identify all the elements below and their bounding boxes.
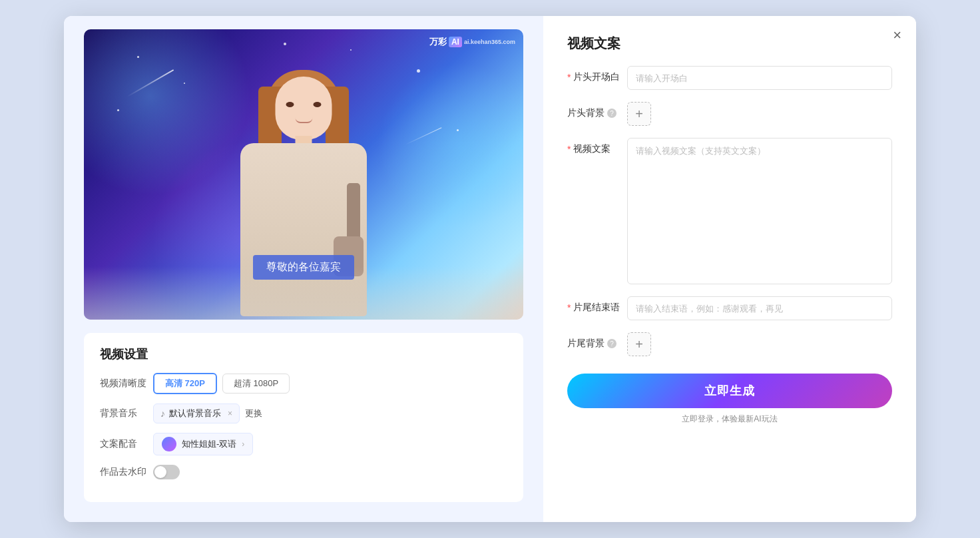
voice-label: 文案配音 xyxy=(100,438,153,450)
header-bg-row: 片头背景 ? + xyxy=(567,102,892,126)
eye-left xyxy=(286,102,294,107)
subtitle-text: 尊敬的各位嘉宾 xyxy=(266,261,341,272)
modal-overlay: 万彩 AI ai.keehan365.com xyxy=(0,0,980,538)
header-bg-add-btn[interactable]: + xyxy=(627,102,651,126)
tail-bg-label-text: 片尾背景 xyxy=(567,338,605,350)
header-bg-label-text: 片头背景 xyxy=(567,107,605,119)
star-7 xyxy=(457,129,459,131)
ending-row: * 片尾结束语 xyxy=(567,296,892,320)
copy-label: * 视频文案 xyxy=(567,138,627,155)
voice-arrow-icon: › xyxy=(242,439,244,449)
ending-input[interactable] xyxy=(627,296,892,320)
settings-title: 视频设置 xyxy=(100,346,507,362)
star-4 xyxy=(117,109,119,111)
music-name: 默认背景音乐 xyxy=(169,407,221,419)
panel-title: 视频文案 xyxy=(567,35,892,53)
tail-bg-row: 片尾背景 ? + xyxy=(567,332,892,356)
music-remove-btn[interactable]: × xyxy=(228,409,232,418)
copy-textarea[interactable] xyxy=(627,138,892,284)
copy-required: * xyxy=(567,144,571,154)
left-panel: 万彩 AI ai.keehan365.com xyxy=(64,16,543,522)
opening-label: * 片头开场白 xyxy=(567,66,627,83)
opening-required: * xyxy=(567,72,571,83)
face xyxy=(276,77,332,140)
opening-label-text: 片头开场白 xyxy=(573,71,620,83)
header-bg-label: 片头背景 ? xyxy=(567,102,627,119)
copy-row: * 视频文案 xyxy=(567,138,892,284)
star-2 xyxy=(184,83,185,84)
watermark-text: 万彩 xyxy=(429,36,447,48)
copy-label-text: 视频文案 xyxy=(573,143,611,155)
video-preview: 万彩 AI ai.keehan365.com xyxy=(84,29,523,320)
voice-select-btn[interactable]: 知性姐姐-双语 › xyxy=(153,433,253,455)
star-6 xyxy=(417,69,420,73)
watermark-ai: AI xyxy=(449,37,462,47)
voice-avatar xyxy=(162,437,176,451)
voice-name: 知性姐姐-双语 xyxy=(182,438,236,450)
header-bg-help-icon[interactable]: ? xyxy=(607,109,616,118)
watermark-toggle-label: 作品去水印 xyxy=(100,466,153,478)
mouth xyxy=(295,118,312,123)
opening-row: * 片头开场白 xyxy=(567,66,892,90)
watermark-sub: ai.keehan365.com xyxy=(464,39,515,45)
close-button[interactable]: × xyxy=(893,28,901,43)
settings-section: 视频设置 视频清晰度 高清 720P 超清 1080P 背景音乐 ♪ 默认背景音… xyxy=(84,333,523,502)
eye-right xyxy=(314,102,322,107)
music-label: 背景音乐 xyxy=(100,407,153,419)
music-change-btn[interactable]: 更换 xyxy=(245,407,262,419)
music-row: 背景音乐 ♪ 默认背景音乐 × 更换 xyxy=(100,404,507,423)
quality-720p[interactable]: 高清 720P xyxy=(153,373,217,394)
quality-row: 视频清晰度 高清 720P 超清 1080P xyxy=(100,373,507,394)
tail-bg-add-btn[interactable]: + xyxy=(627,332,651,356)
tail-bg-help-icon[interactable]: ? xyxy=(607,339,616,348)
music-icon: ♪ xyxy=(160,408,165,419)
toggle-knob xyxy=(154,466,166,478)
cosmic-light-2 xyxy=(377,63,523,229)
quality-label: 视频清晰度 xyxy=(100,378,153,390)
opening-input[interactable] xyxy=(627,66,892,90)
voice-row: 文案配音 知性姐姐-双语 › xyxy=(100,433,507,455)
subtitle-bar: 尊敬的各位嘉宾 xyxy=(253,255,354,280)
star-3 xyxy=(284,43,286,45)
ending-label-text: 片尾结束语 xyxy=(573,302,620,314)
ending-required: * xyxy=(567,302,571,313)
login-hint-text: 立即登录，体验最新AI玩法 xyxy=(682,414,777,423)
star-1 xyxy=(137,56,139,58)
generate-button[interactable]: 立即生成 xyxy=(567,374,892,408)
ending-label: * 片尾结束语 xyxy=(567,296,627,314)
right-panel: × 视频文案 * 片头开场白 片头背景 ? + xyxy=(543,16,916,522)
quality-1080p[interactable]: 超清 1080P xyxy=(222,374,290,394)
tail-bg-label: 片尾背景 ? xyxy=(567,332,627,350)
music-tag: ♪ 默认背景音乐 × xyxy=(153,404,240,423)
star-8 xyxy=(350,49,352,51)
watermark-toggle[interactable] xyxy=(153,465,180,479)
modal: 万彩 AI ai.keehan365.com xyxy=(64,16,916,522)
watermark-row: 作品去水印 xyxy=(100,465,507,479)
login-hint: 立即登录，体验最新AI玩法 xyxy=(567,413,892,425)
watermark: 万彩 AI ai.keehan365.com xyxy=(429,36,515,48)
